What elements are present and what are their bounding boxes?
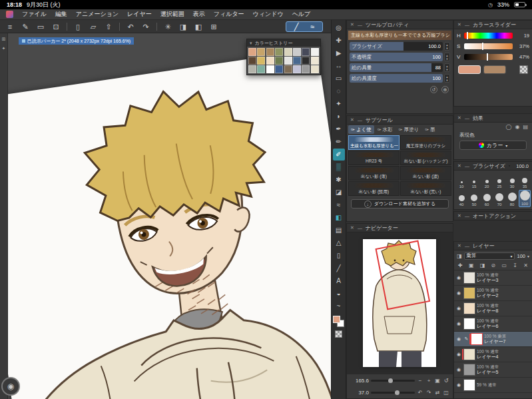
eyedropper-tool-icon[interactable]: ◗ <box>333 111 345 123</box>
redo-icon[interactable]: ↷ <box>141 21 150 33</box>
layer-visible-icon[interactable]: ◉ <box>455 352 462 357</box>
layer-visible-icon[interactable]: ◉ <box>455 306 462 311</box>
brush-size-option[interactable]: 35 <box>519 172 531 189</box>
effect-list-icon[interactable]: ▤ <box>523 124 528 130</box>
subtool-tab-frequent[interactable]: ✑よく使 <box>348 125 374 134</box>
panel-collapse-icon[interactable]: ― <box>465 116 469 121</box>
brush-size-mini-slider[interactable] <box>509 165 510 167</box>
history-swatch[interactable] <box>248 48 256 56</box>
subtool-tab-thickpaint[interactable]: ✑厚塗り <box>396 125 422 134</box>
history-swatch[interactable] <box>275 57 283 65</box>
history-swatch[interactable] <box>248 57 256 65</box>
effect-tone-icon[interactable]: ◉ <box>515 124 519 130</box>
material-dock-icon[interactable]: ✦ <box>2 46 6 51</box>
grid-icon[interactable]: ⊞ <box>209 21 218 33</box>
brush-size-option[interactable]: 30 <box>506 172 518 189</box>
history-swatch[interactable] <box>257 65 265 73</box>
app-icon[interactable] <box>6 11 13 18</box>
figure-tool-icon[interactable]: △ <box>333 237 345 249</box>
spinner-icon[interactable]: ▴▾ <box>444 42 450 51</box>
frame-tool-icon[interactable]: ▯ <box>333 250 345 262</box>
brush-size-slider[interactable]: ブラシサイズ 100.0 ▴▾ <box>350 42 450 51</box>
panel-collapse-icon[interactable]: ― <box>465 164 469 169</box>
capture-icon[interactable]: ⊡ <box>51 21 61 33</box>
mask-icon[interactable]: ▭ <box>502 262 507 268</box>
subtool-item[interactable]: 出ない影 (荒い) <box>400 181 451 196</box>
main-color-chip[interactable] <box>333 316 340 323</box>
layer-visible-icon[interactable]: ◉ <box>455 321 462 326</box>
download-materials-button[interactable]: ↓ ダウンロード素材を追加する <box>351 199 449 208</box>
selection-tool-icon[interactable]: ▭ <box>333 73 345 85</box>
menu-selection[interactable]: 選択範囲 <box>160 10 184 19</box>
history-swatch[interactable] <box>293 57 301 65</box>
brush-size-option[interactable]: 20 <box>481 172 493 189</box>
opacity-slider[interactable]: 不透明度 100 ▴▾ <box>350 53 450 61</box>
history-swatch[interactable] <box>266 57 274 65</box>
rotate-right-icon[interactable]: ↷ <box>425 390 432 396</box>
canvas-document[interactable] <box>8 49 331 399</box>
brush-size-option[interactable]: 10 <box>455 172 467 189</box>
opacity-slider-icon[interactable]: ▾ <box>527 254 529 258</box>
ruler-tool-icon[interactable]: ╱ <box>333 262 345 274</box>
history-swatch[interactable] <box>257 48 265 56</box>
history-swatch[interactable] <box>257 57 265 65</box>
history-swatch[interactable] <box>248 65 256 73</box>
pen-tool-icon[interactable]: ✒ <box>333 123 345 135</box>
history-swatch[interactable] <box>293 48 301 56</box>
panel-collapse-icon[interactable]: ― <box>465 23 469 27</box>
color-indicator[interactable] <box>333 316 345 328</box>
menu-window[interactable]: ウィンドウ <box>253 10 284 19</box>
line-tool-icon[interactable]: ╱ <box>292 21 301 33</box>
balloon-tool-icon[interactable]: ◒ <box>333 288 345 300</box>
layer-visible-icon[interactable]: ◉ <box>455 275 462 280</box>
layer-visible-icon[interactable]: ◉ <box>455 336 462 342</box>
history-swatch[interactable] <box>284 65 292 73</box>
spinner-icon[interactable]: ▴▾ <box>444 74 450 83</box>
rotate-reset-icon[interactable]: ◫ <box>443 390 449 396</box>
history-swatch[interactable] <box>275 48 283 56</box>
undo-icon[interactable]: ↶ <box>126 21 135 33</box>
history-swatch[interactable] <box>311 48 319 56</box>
eraser-tool-icon[interactable]: ◪ <box>333 187 345 199</box>
curve-tool-icon[interactable]: ≈ <box>308 21 317 33</box>
rotate-left-icon[interactable]: ↶ <box>417 390 423 396</box>
subtool-item[interactable]: 出ない影 (濃) <box>400 166 451 181</box>
navigator-preview[interactable] <box>347 232 453 374</box>
blend-mode-dropdown[interactable]: 乗算▾ <box>464 252 515 260</box>
panel-close-icon[interactable]: ✕ <box>457 213 461 218</box>
history-swatch[interactable] <box>311 65 319 73</box>
layer-row[interactable]: ◉ 100 % 通常 レイヤー8 <box>454 301 532 316</box>
main-color-swatch[interactable] <box>458 65 481 74</box>
subtool-item[interactable]: 魔王厚塗りのブラシ <box>400 135 451 150</box>
zoom-tool-icon[interactable]: ◎ <box>333 22 345 34</box>
hue-slider[interactable]: H 19 <box>457 31 529 40</box>
panel-collapse-icon[interactable]: ― <box>358 23 362 27</box>
paint-amount-slider[interactable]: 絵の具量 88 ▴▾ <box>350 63 450 72</box>
paint-density-slider[interactable]: 絵の具濃度 100 ▴▾ <box>350 74 450 83</box>
airbrush-tool-icon[interactable]: ▒ <box>333 161 345 173</box>
brush-size-option[interactable]: 80 <box>506 190 518 207</box>
fill-tool-icon[interactable]: ◧ <box>333 212 345 224</box>
spinner-icon[interactable]: ▴▾ <box>444 63 450 72</box>
panel-collapse-icon[interactable]: ― <box>358 226 362 230</box>
layer-row[interactable]: ◉ 100 % 通常 レイヤー4 <box>454 347 532 362</box>
main-menu-icon[interactable]: ≡ <box>5 21 15 33</box>
brush-size-option[interactable]: 15 <box>468 172 480 189</box>
new-folder-icon[interactable]: ▣ <box>469 262 474 268</box>
history-swatch[interactable] <box>302 65 310 73</box>
subtool-item[interactable]: HR23 号 <box>348 151 399 165</box>
panel-collapse-icon[interactable]: ― <box>465 214 469 218</box>
history-swatch[interactable] <box>284 48 292 56</box>
layer-visible-icon[interactable]: ◉ <box>455 382 462 388</box>
subtool-item[interactable]: 主線も水彩も厚塗りも一 <box>348 135 399 150</box>
quick-access-dock-icon[interactable]: ⊞ <box>2 37 6 42</box>
history-swatch[interactable] <box>284 57 292 65</box>
history-swatch[interactable] <box>302 48 310 56</box>
history-swatch[interactable] <box>266 65 274 73</box>
canvas-area[interactable]: 己読示パーカー 2* (2048 x 2732px 72dpi 165.6%) <box>8 33 331 399</box>
pencil-tool-icon[interactable]: ✏ <box>333 136 345 148</box>
line-correct-tool-icon[interactable]: ~ <box>333 300 345 312</box>
gradient-tool-icon[interactable]: ▤ <box>333 224 345 236</box>
text-tool-icon[interactable]: A <box>333 275 345 287</box>
zoom-out-icon[interactable]: − <box>417 378 423 384</box>
